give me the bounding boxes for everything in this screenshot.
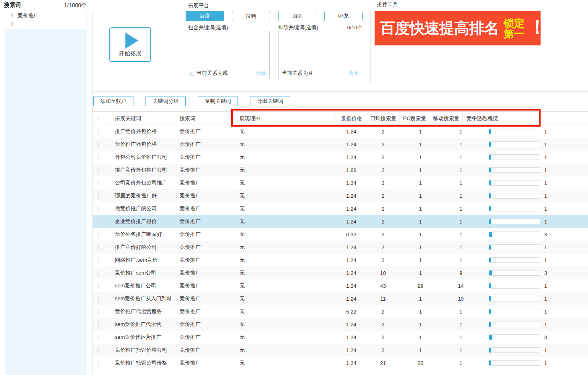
competition-value: 3 (544, 232, 547, 238)
promo-banner-exclaim: ！ (528, 14, 547, 40)
table-row[interactable]: 竞价推广外包价格竞价推广无1.242111 (93, 138, 588, 151)
cell-mobile-volume: 14 (445, 283, 477, 289)
row-checkbox[interactable] (98, 283, 98, 289)
row-checkbox[interactable] (98, 244, 98, 251)
cell-search-word: 竞价推广 (171, 308, 232, 315)
row-checkbox[interactable] (98, 334, 98, 341)
cell-min-price: 0.32 (336, 232, 367, 238)
cell-mobile-volume: 1 (445, 257, 477, 263)
table-row[interactable]: 哪里的竞价推广好竞价推广无1.242111 (93, 189, 588, 202)
row-checkbox[interactable] (98, 141, 98, 148)
cell-mobile-volume: 10 (445, 296, 477, 302)
relation-or-checkbox[interactable]: ✓ (189, 71, 194, 76)
table-row[interactable]: 公司竞价外包公司推广竞价推广无1.242111 (93, 176, 588, 189)
table-row[interactable]: 竞价推广代运营服务竞价推广无5.222111 (93, 305, 588, 318)
platform-button-sogou[interactable]: 搜狗 (232, 11, 270, 21)
row-checkbox[interactable] (98, 270, 98, 277)
table-row[interactable]: sem竞价推广从入门到精通竞价推广无1.24111101 (93, 292, 588, 305)
cell-display-reason: 无 (232, 141, 336, 148)
table-row[interactable]: sem竞价推广公司竞价推广无1.244329141 (93, 279, 588, 292)
cell-pc-volume: 1 (405, 219, 436, 225)
cell-mobile-volume: 1 (445, 180, 477, 186)
table-row[interactable]: 网络推广,sem竞价竞价推广无1.242111 (93, 254, 588, 266)
cell-mobile-volume: 1 (445, 141, 477, 148)
cell-mobile-volume: 1 (445, 309, 477, 315)
table-row[interactable]: sem竞价代运营推广竞价推广无1.242113 (93, 331, 588, 344)
cell-min-price: 1.24 (336, 322, 367, 328)
cell-pc-volume: 1 (405, 244, 436, 250)
cell-expanded-keyword: 竞价推广代运营服务 (106, 308, 171, 315)
row-checkbox[interactable] (98, 308, 98, 315)
cell-search-word: 竞价推广 (171, 192, 232, 199)
editor-gutter-divider (17, 11, 17, 375)
cell-pc-volume: 1 (405, 296, 436, 302)
competition-bar-fill (489, 206, 491, 211)
editor-line: 2 (5, 20, 86, 29)
competition-bar-fill (489, 270, 492, 275)
add-to-account-button[interactable]: 添加至账户 (93, 96, 133, 106)
exclude-keywords-textarea[interactable]: 当前关系为且 清除 (278, 31, 362, 79)
row-checkbox[interactable] (98, 128, 98, 135)
cell-mobile-volume: 1 (445, 206, 477, 212)
competition-bar (489, 141, 540, 147)
table-row[interactable]: 竞价外包推广哪家好竞价推广无0.322113 (93, 228, 588, 241)
cell-min-price: 1.24 (336, 360, 367, 366)
table-row[interactable]: 推广竞价好的公司竞价推广无1.242111 (93, 241, 588, 254)
table-row[interactable]: 外包公司竞价推广公司竞价推广无1.242111 (93, 151, 588, 164)
row-checkbox[interactable] (98, 154, 98, 161)
table-row[interactable]: 竞价推广sem公司竞价推广无1.2410193 (93, 266, 588, 279)
cell-min-price: 5.22 (336, 309, 367, 315)
competition-value: 1 (544, 219, 547, 225)
line-number: 2 (5, 20, 16, 29)
row-checkbox[interactable] (98, 295, 98, 302)
competition-bar-fill (489, 193, 491, 198)
row-checkbox[interactable] (98, 167, 98, 174)
keyword-group-button[interactable]: 关键词分组 (145, 96, 186, 106)
competition-value: 3 (544, 334, 547, 340)
divider-horizontal-top (92, 91, 588, 92)
table-row[interactable]: 竞价推广托管公司价格竞价推广无1.24212011 (93, 357, 588, 369)
table-row[interactable]: 企业竞价推广报价竞价推广无1.242111 (93, 215, 588, 228)
competition-bar-fill (489, 155, 491, 160)
include-clear-link[interactable]: 清除 (256, 70, 266, 77)
cell-min-price: 1.24 (336, 193, 367, 199)
cell-expanded-keyword: 竞价推广sem公司 (106, 269, 171, 277)
cell-min-price: 1.24 (336, 283, 367, 289)
table-row[interactable]: 推广竞价外包价格竞价推广无1.242111 (93, 125, 588, 138)
cell-search-word: 竞价推广 (171, 346, 232, 354)
table-row[interactable]: sem竞价推广代运营竞价推广无1.242111 (93, 318, 588, 331)
row-checkbox[interactable] (98, 360, 98, 367)
row-checkbox[interactable] (98, 231, 98, 238)
row-checkbox[interactable] (98, 257, 98, 264)
platform-button-baidu[interactable]: 百度 (186, 11, 224, 21)
row-checkbox[interactable] (98, 347, 98, 354)
table-row[interactable]: 做竞价推广的公司竞价推广无1.242111 (93, 202, 588, 215)
cell-search-word: 竞价推广 (171, 269, 232, 277)
competition-bar (489, 257, 540, 263)
competition-bar (489, 296, 540, 301)
line-text[interactable]: 竞价推广 (16, 11, 39, 20)
export-keywords-button[interactable]: 导出关键词 (250, 96, 290, 106)
row-checkbox[interactable] (98, 218, 98, 225)
select-all-checkbox[interactable] (98, 115, 98, 122)
table-row[interactable]: 推广竞价外包推广公司竞价推广无1.662111 (93, 164, 588, 176)
row-checkbox[interactable] (98, 205, 98, 212)
include-keywords-textarea[interactable]: ✓ 当前关系为或 清除 (186, 31, 270, 79)
cell-mobile-volume: 1 (445, 167, 477, 173)
platform-button-wolong[interactable]: 卧龙 (324, 11, 363, 21)
start-expand-label: 开始拓展 (110, 50, 150, 57)
exclude-clear-link[interactable]: 清除 (348, 70, 359, 77)
copy-keywords-button[interactable]: 复制关键词 (198, 96, 238, 106)
cell-pc-volume: 29 (405, 283, 436, 289)
table-row[interactable]: 竞价推广托管价格公司竞价推广无1.242111 (93, 344, 588, 357)
row-checkbox[interactable] (98, 180, 98, 186)
start-expand-button[interactable]: 开始拓展 (109, 27, 151, 62)
header-display-reason: 展现理由 (232, 115, 336, 122)
cell-daily-volume: 2 (367, 334, 399, 340)
row-checkbox[interactable] (98, 321, 98, 328)
row-checkbox[interactable] (98, 193, 98, 199)
cell-daily-volume: 2 (367, 180, 399, 186)
platform-section-label: 拓展平台 (188, 2, 209, 9)
platform-button-360[interactable]: 360 (278, 11, 316, 21)
promo-banner[interactable]: 百度快速提高排名 锁定 第一 ！ (375, 11, 541, 45)
